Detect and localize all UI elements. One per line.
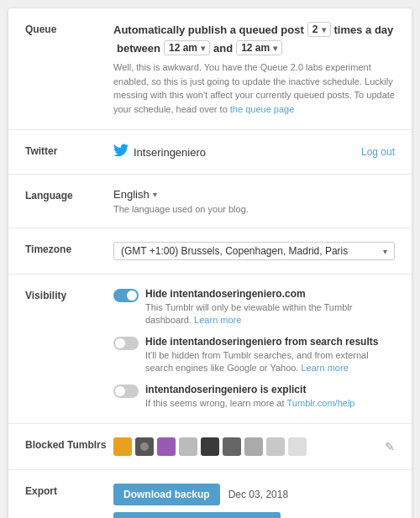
queue-times-value: 2	[312, 24, 318, 35]
download-row: Download backup Dec 03, 2018	[113, 484, 395, 505]
language-description: The language used on your blog.	[113, 204, 395, 214]
blocked-avatar-9	[288, 437, 307, 456]
visibility-section: Visibility Hide intentandoseringeniero.c…	[8, 275, 412, 424]
queue-section: Queue Automatically publish a queued pos…	[8, 8, 412, 130]
blocked-avatar-1	[113, 437, 132, 456]
export-date: Dec 03, 2018	[228, 489, 288, 500]
language-selected: English	[113, 188, 150, 201]
blocked-value: ✎	[113, 437, 395, 456]
queue-label: Queue	[25, 22, 113, 35]
queue-times-dropdown[interactable]: 2 ▾	[307, 22, 331, 37]
visibility-desc-3: If this seems wrong, learn more at Tumbl…	[145, 397, 395, 410]
queue-time1-dropdown[interactable]: 12 am ▾	[164, 40, 210, 55]
learn-more-link-1[interactable]: Learn more	[194, 315, 241, 325]
queue-time2-value: 12 am	[241, 42, 270, 54]
queue-description: Well, this is awkward. You have the Queu…	[113, 60, 395, 116]
export-section: Export Download backup Dec 03, 2018 Expo…	[8, 470, 412, 518]
learn-more-link-2[interactable]: Learn more	[302, 363, 349, 373]
queue-page-link[interactable]: the queue page	[230, 104, 294, 114]
queue-and-label: and	[213, 42, 233, 55]
settings-card: Queue Automatically publish a queued pos…	[8, 8, 412, 518]
blocked-row: ✎	[113, 437, 395, 456]
chevron-down-icon: ▾	[273, 44, 277, 53]
visibility-toggle-3[interactable]	[113, 385, 139, 398]
visibility-text-3: intentandoseringeniero is explicit If th…	[145, 384, 395, 410]
export-button[interactable]: Export intentandoseringeniero	[113, 512, 281, 518]
language-select[interactable]: English ▾	[113, 188, 157, 201]
queue-value: Automatically publish a queued post 2 ▾ …	[113, 22, 395, 116]
queue-time2-dropdown[interactable]: 12 am ▾	[236, 40, 282, 55]
visibility-desc-2: It'll be hidden from Tumblr searches, an…	[145, 349, 395, 375]
visibility-title-3: intentandoseringeniero is explicit	[145, 384, 395, 395]
visibility-title-2: Hide intentandoseringeniero from search …	[145, 336, 395, 348]
blocked-avatar-7	[244, 437, 263, 456]
visibility-item-2: Hide intentandoseringeniero from search …	[113, 336, 395, 375]
twitter-logout-link[interactable]: Log out	[361, 146, 395, 158]
queue-time1-value: 12 am	[169, 42, 197, 54]
language-value: English ▾ The language used on your blog…	[113, 188, 395, 214]
tumblr-help-link[interactable]: Tumblr.com/help	[287, 398, 355, 408]
visibility-toggle-2[interactable]	[113, 337, 139, 350]
blocked-avatar-2	[135, 437, 154, 456]
twitter-label: Twitter	[25, 144, 113, 157]
visibility-toggle-1[interactable]	[113, 289, 139, 302]
chevron-down-icon: ▾	[322, 25, 326, 34]
blocked-avatar-5	[201, 437, 219, 456]
visibility-item-1: Hide intentandoseringeniero.com This Tum…	[113, 288, 395, 327]
blocked-avatar-4	[179, 437, 197, 456]
queue-schedule: Automatically publish a queued post 2 ▾ …	[113, 22, 395, 55]
twitter-section: Twitter Intseringeniero Log out	[8, 130, 412, 175]
export-value: Download backup Dec 03, 2018 Export inte…	[113, 484, 395, 518]
export-button-row: Export intentandoseringeniero	[113, 512, 395, 518]
timezone-section: Timezone (GMT +1:00) Brussels, Copenhage…	[8, 228, 412, 275]
chevron-down-icon: ▾	[383, 247, 387, 256]
timezone-value-text: (GMT +1:00) Brussels, Copenhagen, Madrid…	[121, 245, 348, 257]
edit-blocked-icon[interactable]: ✎	[385, 440, 395, 453]
blocked-avatar-3	[157, 437, 176, 456]
twitter-username: Intseringeniero	[134, 146, 206, 159]
chevron-down-icon: ▾	[201, 44, 205, 53]
chevron-down-icon: ▾	[153, 190, 157, 199]
visibility-desc-1: This Tumblr will only be viewable within…	[145, 301, 395, 327]
visibility-title-1: Hide intentandoseringeniero.com	[145, 288, 395, 300]
queue-between-label: between	[117, 42, 160, 55]
timezone-value: (GMT +1:00) Brussels, Copenhagen, Madrid…	[113, 242, 395, 260]
twitter-icon	[113, 144, 129, 160]
visibility-item-3: intentandoseringeniero is explicit If th…	[113, 384, 395, 410]
visibility-value: Hide intentandoseringeniero.com This Tum…	[113, 288, 395, 410]
queue-heading-pre: Automatically publish a queued post	[113, 24, 304, 36]
visibility-text-1: Hide intentandoseringeniero.com This Tum…	[145, 288, 395, 327]
timezone-select[interactable]: (GMT +1:00) Brussels, Copenhagen, Madrid…	[113, 242, 395, 260]
blocked-avatar-6	[223, 437, 241, 456]
blocked-avatar-8	[266, 437, 285, 456]
timezone-label: Timezone	[25, 242, 113, 255]
twitter-row: Intseringeniero Log out	[113, 144, 395, 160]
blocked-section: Blocked Tumblrs ✎	[8, 424, 412, 470]
queue-times-label: times a day	[334, 24, 394, 36]
blocked-label: Blocked Tumblrs	[25, 437, 113, 451]
export-label: Export	[25, 484, 113, 497]
twitter-value: Intseringeniero Log out	[113, 144, 395, 160]
language-section: Language English ▾ The language used on …	[8, 175, 412, 228]
language-label: Language	[25, 188, 113, 201]
visibility-label: Visibility	[25, 288, 113, 301]
download-backup-button[interactable]: Download backup	[113, 484, 220, 505]
visibility-text-2: Hide intentandoseringeniero from search …	[145, 336, 395, 375]
